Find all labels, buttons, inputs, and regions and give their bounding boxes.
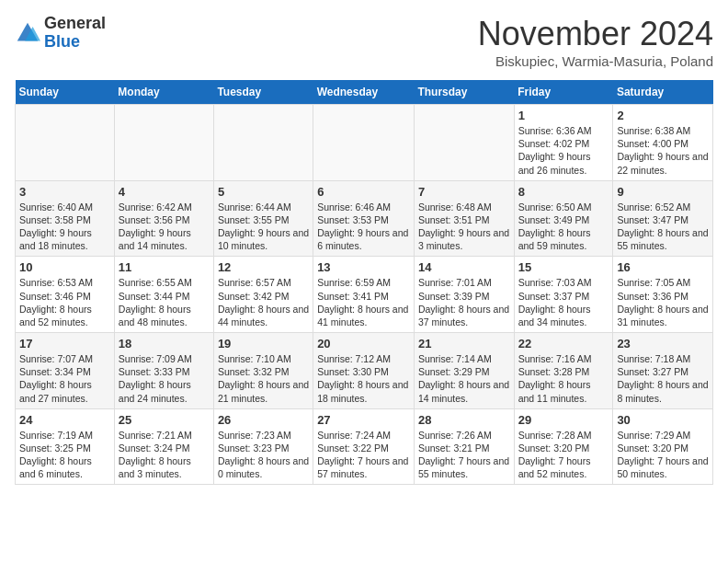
calendar-body: 1Sunrise: 6:36 AMSunset: 4:02 PMDaylight…: [16, 105, 713, 485]
day-number: 13: [317, 260, 410, 274]
day-number: 2: [617, 109, 709, 122]
calendar-cell: 3Sunrise: 6:40 AMSunset: 3:58 PMDaylight…: [16, 180, 115, 257]
calendar-cell: [414, 105, 514, 181]
month-title: November 2024: [478, 15, 713, 53]
calendar-week-row: 24Sunrise: 7:19 AMSunset: 3:25 PMDayligh…: [16, 408, 713, 485]
day-info: Sunrise: 6:40 AMSunset: 3:58 PMDaylight:…: [19, 201, 110, 253]
calendar-cell: 29Sunrise: 7:28 AMSunset: 3:20 PMDayligh…: [514, 408, 613, 485]
calendar-cell: 28Sunrise: 7:26 AMSunset: 3:21 PMDayligh…: [414, 408, 514, 485]
day-info: Sunrise: 7:01 AMSunset: 3:39 PMDaylight:…: [418, 276, 510, 328]
calendar-cell: 15Sunrise: 7:03 AMSunset: 3:37 PMDayligh…: [514, 257, 613, 333]
day-number: 3: [19, 185, 110, 199]
day-info: Sunrise: 7:21 AMSunset: 3:24 PMDaylight:…: [119, 429, 210, 481]
calendar-cell: 25Sunrise: 7:21 AMSunset: 3:24 PMDayligh…: [114, 408, 213, 485]
day-info: Sunrise: 7:29 AMSunset: 3:20 PMDaylight:…: [617, 429, 709, 481]
day-info: Sunrise: 6:53 AMSunset: 3:46 PMDaylight:…: [19, 276, 110, 328]
calendar-cell: 6Sunrise: 6:46 AMSunset: 3:53 PMDaylight…: [313, 180, 415, 257]
day-number: 15: [518, 260, 609, 274]
calendar-cell: 8Sunrise: 6:50 AMSunset: 3:49 PMDaylight…: [514, 180, 613, 257]
calendar-week-row: 10Sunrise: 6:53 AMSunset: 3:46 PMDayligh…: [16, 257, 713, 333]
calendar-cell: 26Sunrise: 7:23 AMSunset: 3:23 PMDayligh…: [213, 408, 313, 485]
calendar-week-row: 17Sunrise: 7:07 AMSunset: 3:34 PMDayligh…: [16, 333, 713, 409]
calendar-cell: 21Sunrise: 7:14 AMSunset: 3:29 PMDayligh…: [414, 333, 514, 409]
day-info: Sunrise: 7:28 AMSunset: 3:20 PMDaylight:…: [518, 429, 609, 481]
day-info: Sunrise: 6:42 AMSunset: 3:56 PMDaylight:…: [119, 201, 210, 253]
day-number: 28: [418, 413, 510, 427]
day-info: Sunrise: 7:23 AMSunset: 3:23 PMDaylight:…: [218, 429, 309, 481]
day-number: 20: [317, 337, 410, 350]
day-info: Sunrise: 7:24 AMSunset: 3:22 PMDaylight:…: [317, 429, 410, 481]
calendar-header-friday: Friday: [514, 80, 613, 105]
logo-blue: Blue: [44, 33, 106, 52]
day-number: 19: [218, 337, 309, 350]
calendar-cell: 19Sunrise: 7:10 AMSunset: 3:32 PMDayligh…: [213, 333, 313, 409]
day-number: 30: [617, 413, 709, 427]
calendar-cell: 10Sunrise: 6:53 AMSunset: 3:46 PMDayligh…: [16, 257, 115, 333]
day-info: Sunrise: 7:03 AMSunset: 3:37 PMDaylight:…: [518, 276, 609, 328]
day-number: 8: [518, 185, 609, 199]
logo: General Blue: [15, 15, 106, 52]
location-subtitle: Biskupiec, Warmia-Masuria, Poland: [478, 53, 713, 69]
day-number: 21: [418, 337, 510, 350]
calendar-cell: [313, 105, 415, 181]
calendar-cell: 24Sunrise: 7:19 AMSunset: 3:25 PMDayligh…: [16, 408, 115, 485]
logo-icon: [15, 20, 40, 46]
day-number: 25: [119, 413, 210, 427]
day-info: Sunrise: 7:26 AMSunset: 3:21 PMDaylight:…: [418, 429, 510, 481]
day-number: 18: [119, 337, 210, 350]
day-number: 22: [518, 337, 609, 350]
day-number: 6: [317, 185, 410, 199]
calendar-cell: 23Sunrise: 7:18 AMSunset: 3:27 PMDayligh…: [613, 333, 713, 409]
day-info: Sunrise: 7:05 AMSunset: 3:36 PMDaylight:…: [617, 276, 709, 328]
day-info: Sunrise: 7:19 AMSunset: 3:25 PMDaylight:…: [19, 429, 110, 481]
day-number: 11: [119, 260, 210, 274]
calendar-cell: 27Sunrise: 7:24 AMSunset: 3:22 PMDayligh…: [313, 408, 415, 485]
calendar-week-row: 1Sunrise: 6:36 AMSunset: 4:02 PMDaylight…: [16, 105, 713, 181]
calendar-cell: 1Sunrise: 6:36 AMSunset: 4:02 PMDaylight…: [514, 105, 613, 181]
day-info: Sunrise: 7:09 AMSunset: 3:33 PMDaylight:…: [119, 352, 210, 405]
calendar-cell: 30Sunrise: 7:29 AMSunset: 3:20 PMDayligh…: [613, 408, 713, 485]
calendar-cell: 22Sunrise: 7:16 AMSunset: 3:28 PMDayligh…: [514, 333, 613, 409]
day-info: Sunrise: 6:38 AMSunset: 4:00 PMDaylight:…: [617, 124, 709, 177]
calendar-cell: 20Sunrise: 7:12 AMSunset: 3:30 PMDayligh…: [313, 333, 415, 409]
day-number: 24: [19, 413, 110, 427]
calendar-cell: 4Sunrise: 6:42 AMSunset: 3:56 PMDaylight…: [114, 180, 213, 257]
day-number: 12: [218, 260, 309, 274]
calendar-cell: 17Sunrise: 7:07 AMSunset: 3:34 PMDayligh…: [16, 333, 115, 409]
calendar-header-sunday: Sunday: [16, 80, 115, 105]
day-info: Sunrise: 6:52 AMSunset: 3:47 PMDaylight:…: [617, 201, 709, 253]
calendar-header-wednesday: Wednesday: [313, 80, 415, 105]
day-info: Sunrise: 6:55 AMSunset: 3:44 PMDaylight:…: [119, 276, 210, 328]
day-info: Sunrise: 6:46 AMSunset: 3:53 PMDaylight:…: [317, 201, 410, 253]
calendar-table: SundayMondayTuesdayWednesdayThursdayFrid…: [15, 80, 713, 485]
day-info: Sunrise: 6:36 AMSunset: 4:02 PMDaylight:…: [518, 124, 609, 177]
calendar-week-row: 3Sunrise: 6:40 AMSunset: 3:58 PMDaylight…: [16, 180, 713, 257]
logo-general: General: [44, 15, 106, 33]
day-info: Sunrise: 7:12 AMSunset: 3:30 PMDaylight:…: [317, 352, 410, 405]
day-info: Sunrise: 6:48 AMSunset: 3:51 PMDaylight:…: [418, 201, 510, 253]
day-info: Sunrise: 7:16 AMSunset: 3:28 PMDaylight:…: [518, 352, 609, 405]
calendar-header-saturday: Saturday: [613, 80, 713, 105]
calendar-cell: [213, 105, 313, 181]
logo-text: General Blue: [44, 15, 106, 52]
day-info: Sunrise: 7:14 AMSunset: 3:29 PMDaylight:…: [418, 352, 510, 405]
day-number: 5: [218, 185, 309, 199]
calendar-cell: 9Sunrise: 6:52 AMSunset: 3:47 PMDaylight…: [613, 180, 713, 257]
calendar-cell: 11Sunrise: 6:55 AMSunset: 3:44 PMDayligh…: [114, 257, 213, 333]
calendar-cell: 5Sunrise: 6:44 AMSunset: 3:55 PMDaylight…: [213, 180, 313, 257]
day-number: 4: [119, 185, 210, 199]
page-header: General Blue November 2024 Biskupiec, Wa…: [15, 15, 713, 69]
day-info: Sunrise: 7:07 AMSunset: 3:34 PMDaylight:…: [19, 352, 110, 405]
day-number: 1: [518, 109, 609, 122]
day-number: 16: [617, 260, 709, 274]
day-number: 7: [418, 185, 510, 199]
calendar-cell: 18Sunrise: 7:09 AMSunset: 3:33 PMDayligh…: [114, 333, 213, 409]
day-info: Sunrise: 7:10 AMSunset: 3:32 PMDaylight:…: [218, 352, 309, 405]
day-number: 10: [19, 260, 110, 274]
day-number: 23: [617, 337, 709, 350]
day-number: 14: [418, 260, 510, 274]
day-number: 27: [317, 413, 410, 427]
calendar-cell: 7Sunrise: 6:48 AMSunset: 3:51 PMDaylight…: [414, 180, 514, 257]
title-block: November 2024 Biskupiec, Warmia-Masuria,…: [478, 15, 713, 69]
calendar-cell: 14Sunrise: 7:01 AMSunset: 3:39 PMDayligh…: [414, 257, 514, 333]
